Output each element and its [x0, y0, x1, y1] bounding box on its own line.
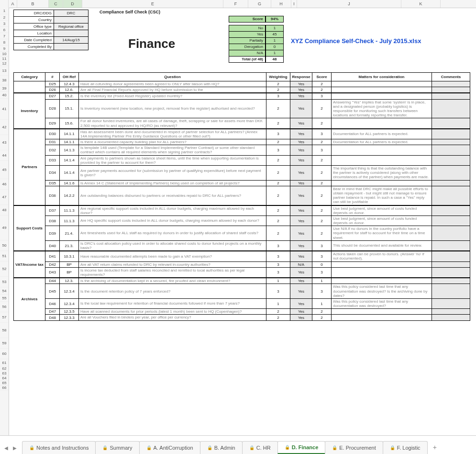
response-cell[interactable]: Yes — [290, 166, 312, 181]
row-header-56[interactable]: 56 — [0, 302, 9, 312]
row-header-58[interactable]: 58 — [0, 323, 9, 338]
sheet-tab[interactable]: 🔒F. Logistic — [383, 441, 428, 454]
row-header-50[interactable]: 50 — [0, 240, 9, 251]
col-header-B[interactable]: B — [17, 0, 49, 8]
column-headers[interactable]: ABCDEFGHIJK — [0, 0, 476, 8]
row-header-38[interactable]: 38 — [0, 76, 9, 85]
response-cell[interactable]: Yes — [290, 205, 312, 216]
row-header-43[interactable]: 43 — [0, 135, 9, 150]
row-header-10[interactable]: 10 — [0, 52, 9, 57]
sheet-tab[interactable]: 🔒A. AntiCorruption — [139, 441, 200, 454]
col-header-J[interactable]: J — [297, 0, 401, 8]
sheet-tab[interactable]: 🔒Notes and Instructions — [22, 441, 96, 454]
row-header-3[interactable]: 3 — [0, 21, 9, 27]
row-header-1[interactable]: 1 — [0, 8, 9, 14]
row-header-41[interactable]: 41 — [0, 99, 9, 120]
row-header-42[interactable]: 42 — [0, 120, 9, 135]
row-header-46[interactable]: 46 — [0, 179, 9, 190]
response-cell[interactable]: Yes — [290, 155, 312, 165]
row-header-47[interactable]: 47 — [0, 190, 9, 205]
response-cell[interactable]: Yes — [290, 267, 312, 278]
comments-cell[interactable] — [432, 139, 470, 145]
info-value[interactable]: Regional office — [54, 23, 89, 30]
comments-cell[interactable] — [432, 166, 470, 181]
row-header-45[interactable]: 45 — [0, 161, 9, 179]
response-cell[interactable]: Yes — [290, 93, 312, 99]
row-header-48[interactable]: 48 — [0, 205, 9, 216]
row-header-66[interactable]: 66 — [0, 386, 9, 390]
comments-cell[interactable] — [432, 129, 470, 139]
comments-cell[interactable] — [432, 186, 470, 205]
row-header-8[interactable]: 8 — [0, 39, 9, 45]
comments-cell[interactable] — [432, 180, 470, 186]
response-cell[interactable]: Yes — [290, 180, 312, 186]
info-value[interactable]: DRC — [54, 10, 89, 17]
response-cell[interactable]: Yes — [290, 315, 312, 320]
response-cell[interactable]: Yes — [290, 99, 312, 118]
row-header-62[interactable]: 62 — [0, 366, 9, 371]
comments-cell[interactable] — [432, 278, 470, 284]
comments-cell[interactable] — [432, 261, 470, 267]
sheet-tab[interactable]: 🔒B. Admin — [200, 441, 243, 454]
row-header-63[interactable]: 63 — [0, 371, 9, 376]
row-header-55[interactable]: 55 — [0, 295, 9, 302]
info-value[interactable] — [54, 30, 89, 37]
row-header-11[interactable]: 11 — [0, 57, 9, 61]
comments-cell[interactable] — [432, 216, 470, 226]
row-header-59[interactable]: 59 — [0, 338, 9, 349]
row-header-6[interactable]: 6 — [0, 27, 9, 33]
response-cell[interactable]: Yes — [290, 186, 312, 205]
tab-nav-first[interactable]: ◀ — [3, 444, 10, 451]
row-header-40[interactable]: 40 — [0, 91, 9, 99]
comments-cell[interactable] — [432, 240, 470, 251]
row-header-2[interactable]: 2 — [0, 14, 9, 21]
row-header-39[interactable]: 39 — [0, 85, 9, 91]
col-header-K[interactable]: K — [401, 0, 441, 8]
row-header-53[interactable]: 53 — [0, 277, 9, 287]
comments-cell[interactable] — [432, 155, 470, 165]
comments-cell[interactable] — [432, 99, 470, 118]
sheet-tab[interactable]: 🔒Summary — [95, 441, 139, 454]
comments-cell[interactable] — [432, 93, 470, 99]
row-header-60[interactable]: 60 — [0, 349, 9, 359]
comments-cell[interactable] — [432, 145, 470, 155]
comments-cell[interactable] — [432, 118, 470, 129]
row-header-49[interactable]: 49 — [0, 216, 9, 240]
comments-cell[interactable] — [432, 205, 470, 216]
row-header-7[interactable]: 7 — [0, 33, 9, 39]
col-header-A[interactable]: A — [9, 0, 17, 8]
response-cell[interactable]: Yes — [290, 216, 312, 226]
response-cell[interactable]: Yes — [290, 298, 312, 308]
col-header-D[interactable]: D — [63, 0, 82, 8]
response-cell[interactable]: Yes — [290, 251, 312, 261]
sheet-tab[interactable]: 🔒C. HR — [242, 441, 278, 454]
row-header-65[interactable]: 65 — [0, 381, 9, 386]
comments-cell[interactable] — [432, 284, 470, 299]
sheet-tab[interactable]: 🔒D. Finance — [277, 441, 326, 454]
col-header-F[interactable]: F — [223, 0, 248, 8]
response-cell[interactable]: Yes — [290, 139, 312, 145]
row-header-61[interactable]: 61 — [0, 359, 9, 366]
add-sheet-button[interactable]: + — [427, 441, 443, 454]
comments-cell[interactable] — [432, 251, 470, 261]
response-cell[interactable]: Yes — [290, 129, 312, 139]
row-header-51[interactable]: 51 — [0, 251, 9, 261]
response-cell[interactable]: Yes — [290, 226, 312, 241]
comments-cell[interactable] — [432, 87, 470, 93]
row-header-54[interactable]: 54 — [0, 287, 9, 295]
row-header-57[interactable]: 57 — [0, 312, 9, 323]
row-header-13[interactable]: 13 — [0, 66, 9, 76]
col-header-H[interactable]: H — [271, 0, 291, 8]
response-cell[interactable]: Yes — [290, 240, 312, 251]
response-cell[interactable]: Yes — [290, 284, 312, 299]
response-cell[interactable]: Yes — [290, 145, 312, 155]
row-header-64[interactable]: 64 — [0, 376, 9, 381]
col-header-G[interactable]: G — [248, 0, 271, 8]
col-header-C[interactable]: C — [49, 0, 63, 8]
response-cell[interactable]: Yes — [290, 278, 312, 284]
comments-cell[interactable] — [432, 81, 470, 87]
col-header-E[interactable]: E — [82, 0, 223, 8]
response-cell[interactable]: N/A — [290, 261, 312, 267]
comments-cell[interactable] — [432, 267, 470, 278]
row-headers[interactable]: 1236789101112133839404142434445464748495… — [0, 8, 9, 436]
